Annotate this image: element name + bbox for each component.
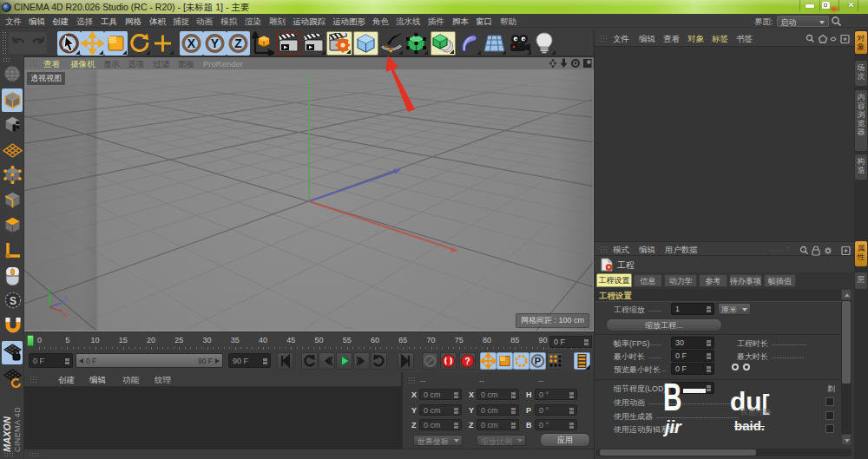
svg-text:Z: Z	[234, 36, 242, 50]
svg-text:?: ?	[464, 357, 470, 366]
svg-text:Y: Y	[211, 36, 220, 50]
svg-text:X: X	[187, 36, 196, 50]
svg-text:S: S	[10, 295, 16, 307]
svg-text:P: P	[535, 356, 541, 366]
